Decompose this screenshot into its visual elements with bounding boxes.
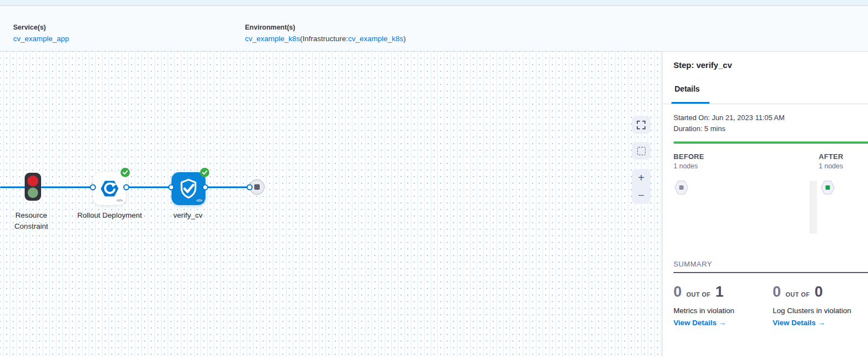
port — [168, 184, 174, 190]
success-check-icon — [121, 168, 130, 177]
edge-rollout-verify — [127, 186, 170, 188]
log-clusters-violation-description: Log Clusters in violation — [773, 306, 851, 315]
stop-icon — [254, 184, 260, 190]
infrastructure-link[interactable]: cv_example_k8s — [348, 35, 403, 43]
after-node-hexagon[interactable] — [820, 180, 835, 195]
after-label: AFTER — [819, 152, 843, 161]
service-label: Service(s) — [13, 24, 69, 32]
after-node-count: 1 nodes — [819, 162, 843, 170]
environment-link[interactable]: cv_example_k8s — [245, 35, 300, 43]
verify-shield-icon — [178, 178, 199, 200]
tab-details[interactable]: Details — [675, 84, 700, 93]
metrics-violated-count: 0 — [673, 284, 682, 300]
zoom-controls: + − — [632, 169, 650, 204]
summary-divider — [673, 272, 868, 273]
log-clusters-view-details-link[interactable]: View Details → — [773, 318, 851, 328]
node-rollout-deployment[interactable]: </> — [93, 172, 126, 205]
log-clusters-violated-count: 0 — [773, 284, 781, 300]
metrics-violation-stat: 0 OUT OF 1 Metrics in violation View Det… — [673, 283, 734, 328]
node-label-resource-constraint: Resource Constraint — [0, 210, 64, 232]
port — [90, 184, 96, 190]
top-strip — [0, 0, 868, 6]
fullscreen-icon — [637, 121, 646, 129]
step-title: Step: verify_cv — [673, 60, 732, 70]
environment-label: Environment(s) — [245, 24, 406, 32]
execution-context-header: Service(s) cv_example_app Environment(s)… — [0, 6, 868, 52]
traffic-light-red-icon — [27, 175, 38, 186]
node-label-verify-cv: verify_cv — [155, 210, 221, 221]
view-details-text: View Details — [773, 319, 816, 327]
environment-section: Environment(s) cv_example_k8s(Infrastruc… — [245, 24, 406, 43]
before-node-count: 1 nodes — [673, 162, 698, 170]
tab-divider — [663, 104, 868, 104]
log-clusters-violation-numbers: 0 OUT OF 0 — [773, 283, 851, 303]
code-icon: </> — [117, 198, 123, 203]
node-resource-constraint[interactable] — [25, 173, 41, 201]
edge-in — [0, 186, 25, 188]
arrow-right-icon: → — [818, 319, 825, 327]
node-list-scrollbar[interactable] — [810, 181, 817, 234]
fullscreen-button[interactable] — [632, 116, 650, 134]
rollout-deployment-icon — [99, 178, 120, 199]
view-details-text: View Details — [673, 319, 717, 327]
edge-verify-end — [205, 186, 248, 188]
zoom-out-button[interactable]: − — [632, 186, 650, 204]
verification-progress-bar — [673, 141, 868, 144]
infrastructure-prefix: (Infrastructure: — [300, 35, 349, 43]
marquee-select-icon — [637, 147, 646, 155]
out-of-label: OUT OF — [783, 291, 812, 298]
before-label: BEFORE — [673, 152, 704, 161]
service-link[interactable]: cv_example_app — [13, 35, 69, 43]
log-clusters-total-count: 0 — [815, 284, 823, 300]
success-check-icon — [200, 168, 209, 177]
arrow-right-icon: → — [718, 319, 726, 327]
metrics-violation-description: Metrics in violation — [673, 306, 734, 315]
code-icon: </> — [196, 198, 202, 203]
before-node-hexagon[interactable] — [674, 180, 689, 195]
duration-text: Duration: 5 mins — [673, 124, 726, 133]
out-of-label: OUT OF — [684, 291, 713, 298]
port — [202, 184, 208, 190]
zoom-in-button[interactable]: + — [632, 169, 650, 186]
traffic-light-green-icon — [28, 188, 38, 198]
marquee-select-button[interactable] — [632, 142, 650, 160]
port — [123, 184, 129, 190]
node-label-rollout-deployment: Rollout Deployment — [77, 210, 142, 221]
metrics-violation-numbers: 0 OUT OF 1 — [673, 283, 734, 303]
log-clusters-violation-stat: 0 OUT OF 0 Log Clusters in violation Vie… — [773, 283, 851, 328]
metrics-view-details-link[interactable]: View Details → — [673, 318, 734, 328]
started-on-text: Started On: Jun 21, 2023 11:05 AM — [673, 113, 785, 122]
pipeline-canvas[interactable]: Resource Constraint </> Rollout Deployme… — [0, 52, 662, 356]
port — [247, 184, 253, 190]
environment-value: cv_example_k8s(Infrastructure:cv_example… — [245, 35, 406, 43]
step-details-panel: Step: verify_cv Details Started On: Jun … — [662, 52, 868, 356]
node-verify-cv[interactable]: </> — [172, 172, 205, 205]
metrics-total-count: 1 — [716, 284, 724, 300]
infrastructure-suffix: ) — [403, 35, 406, 43]
service-section: Service(s) cv_example_app — [13, 24, 69, 43]
edge-constraint-rollout — [41, 186, 92, 188]
summary-label: SUMMARY — [673, 260, 712, 268]
